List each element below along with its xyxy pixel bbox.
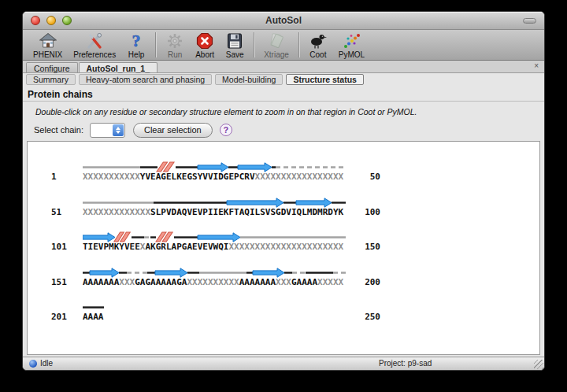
result-tab-bar: SummaryHeavy-atom search and phasingMode… <box>23 73 544 86</box>
modeled-sequence-segment[interactable]: AKGRLAPGAEVEVWQI <box>145 242 228 252</box>
coot-toolbar-button[interactable]: Coot <box>303 31 333 59</box>
structure-track-svg[interactable] <box>83 161 346 172</box>
help-circle-button[interactable]: ? <box>220 124 232 136</box>
project-label: Project: p9-sad <box>379 359 432 368</box>
modeled-sequence-segment[interactable]: YVEAGELKEGSYVVIDGEPCRV <box>140 172 255 182</box>
unmodeled-sequence-segment[interactable]: XXXXXXXXXXXXX <box>83 207 150 217</box>
unmodeled-sequence-segment[interactable]: XXX <box>119 277 135 287</box>
tab-autosol-run-1-[interactable]: AutoSol_run_1_ <box>79 62 158 72</box>
residue-number-end: 100 <box>350 207 380 217</box>
residue-number-start: 1 <box>51 172 73 182</box>
preferences-tools-icon <box>85 31 104 50</box>
abort-toolbar-button[interactable]: Abort <box>190 31 220 59</box>
toolbar-separator <box>298 32 299 57</box>
residue-number-end: 250 <box>350 312 380 322</box>
structure-track-svg[interactable] <box>83 197 346 208</box>
structure-track[interactable] <box>83 197 346 208</box>
xtriage-icon <box>267 31 286 50</box>
toolbar-toggle-button[interactable] <box>523 18 536 24</box>
toolbar-button-label: Preferences <box>73 50 116 59</box>
strand-arrow-glyph <box>198 163 228 172</box>
pymol-toolbar-button[interactable]: PyMOL <box>333 31 370 59</box>
modeled-sequence-segment[interactable]: AAAAAAA <box>239 277 276 287</box>
unmodeled-sequence-segment[interactable]: XXXXXXXXXX <box>187 277 239 287</box>
toolbar-button-label: Run <box>168 50 182 59</box>
abort-stop-icon <box>195 31 214 50</box>
autosol-window: AutoSol PHENIXPreferences?HelpRunAbortSa… <box>22 11 545 371</box>
toolbar-separator <box>254 32 254 57</box>
strand-arrow-glyph <box>155 268 187 277</box>
residue-number-start: 151 <box>51 277 73 287</box>
modeled-sequence-segment[interactable]: TIEVPMKYVEE <box>83 242 140 252</box>
help-toolbar-button[interactable]: ?Help <box>121 31 151 59</box>
run-toolbar-button[interactable]: Run <box>160 31 190 59</box>
residue-number-end: 200 <box>350 277 380 287</box>
unmodeled-sequence-segment[interactable]: XXX <box>276 277 291 287</box>
status-light-icon <box>29 360 37 368</box>
modeled-sequence-segment[interactable]: SLPVDAQVEVPIIEKFTAQILSVSGDVIQLMDMRDYK <box>150 207 343 217</box>
toolbar: PHENIXPreferences?HelpRunAbortSaveXtriag… <box>23 30 544 61</box>
modeled-sequence-segment[interactable]: AAAA <box>83 312 104 322</box>
sequence-row: 101TIEVPMKYVEEXAKGRLAPGAEVEVWQIXXXXXXXXX… <box>28 231 539 257</box>
unmodeled-sequence-segment[interactable]: XXXXXXXXXXX <box>83 172 140 182</box>
tab-model-building[interactable]: Model-building <box>215 74 283 85</box>
structure-track[interactable] <box>83 161 346 172</box>
unmodeled-sequence-segment[interactable]: XXXXX <box>317 277 343 287</box>
modeled-sequence-segment[interactable]: GAGAAAAAGA <box>135 277 187 287</box>
strand-arrow-glyph <box>296 198 332 207</box>
instruction-text: Double-click on any residue or secondary… <box>35 107 544 116</box>
strand-arrow-glyph <box>227 198 284 207</box>
tab-summary[interactable]: Summary <box>26 74 76 85</box>
run-gear-icon <box>165 31 184 50</box>
status-text: Idle <box>40 359 53 368</box>
sequence-text[interactable]: TIEVPMKYVEEXAKGRLAPGAEVEVWQIXXXXXXXXXXXX… <box>83 242 343 252</box>
sequence-text[interactable]: AAAAAAAXXXGAGAAAAAGAXXXXXXXXXXAAAAAAAXXX… <box>83 277 343 287</box>
sequence-text[interactable]: AAAA <box>83 312 104 322</box>
tab-configure[interactable]: Configure <box>26 62 78 72</box>
toolbar-button-label: Save <box>226 50 244 59</box>
xtriage-toolbar-button[interactable]: Xtriage <box>258 31 295 59</box>
modeled-sequence-segment[interactable]: GAAAA <box>291 277 317 287</box>
residue-number-start: 201 <box>51 312 73 322</box>
tab-heavy-atom-search-and-phasing[interactable]: Heavy-atom search and phasing <box>79 74 212 85</box>
sequence-text[interactable]: XXXXXXXXXXXYVEAGELKEGSYVVIDGEPCRVXXXXXXX… <box>83 172 343 182</box>
structure-track[interactable] <box>83 301 346 312</box>
clear-selection-button[interactable]: Clear selection <box>133 123 213 138</box>
toolbar-separator <box>155 32 156 57</box>
sequence-row: 51XXXXXXXXXXXXXSLPVDAQVEVPIIEKFTAQILSVSG… <box>28 197 539 222</box>
title-bar: AutoSol <box>23 12 544 30</box>
strand-arrow-glyph <box>238 163 272 172</box>
coot-bird-icon <box>309 31 328 50</box>
strand-arrow-glyph <box>83 233 115 242</box>
status-bar: Idle Project: p9-sad <box>23 357 544 370</box>
save-floppy-icon <box>225 31 244 50</box>
toolbar-button-label: Xtriage <box>264 50 289 59</box>
save-toolbar-button[interactable]: Save <box>220 31 250 59</box>
chain-select-dropdown[interactable] <box>90 123 125 138</box>
sequence-row: 1XXXXXXXXXXXYVEAGELKEGSYVVIDGEPCRVXXXXXX… <box>28 161 539 187</box>
close-tab-icon[interactable]: × <box>534 61 539 71</box>
preferences-toolbar-button[interactable]: Preferences <box>68 31 121 59</box>
desktop: { "window": { "title": "AutoSol" }, "too… <box>0 0 567 392</box>
sequence-text[interactable]: XXXXXXXXXXXXXSLPVDAQVEVPIIEKFTAQILSVSGDV… <box>83 207 343 217</box>
residue-number-start: 101 <box>51 242 73 252</box>
resize-grip[interactable] <box>534 360 543 369</box>
toolbar-button-label: Coot <box>309 50 326 59</box>
phenix-toolbar-button[interactable]: PHENIX <box>28 31 68 59</box>
structure-track-svg[interactable] <box>83 231 346 242</box>
page-title: Protein chains <box>23 86 544 102</box>
structure-track[interactable] <box>83 267 346 278</box>
modeled-sequence-segment[interactable]: AAAAAAA <box>83 277 119 287</box>
help-question-icon: ? <box>127 31 146 50</box>
structure-track-svg[interactable] <box>83 267 346 278</box>
strand-arrow-glyph <box>253 268 284 277</box>
select-chain-label: Select chain: <box>34 125 83 135</box>
structure-track[interactable] <box>83 231 346 242</box>
chain-controls: Select chain: Clear selection ? <box>34 122 544 138</box>
unmodeled-sequence-segment[interactable]: XXXXXXXXXXXXXXXXX <box>255 172 344 182</box>
structure-track-svg[interactable] <box>83 301 346 312</box>
dropdown-stepper-icon[interactable] <box>113 124 124 136</box>
unmodeled-sequence-segment[interactable]: XXXXXXXXXXXXXXXXXXXXXX <box>228 242 343 252</box>
tab-structure-status[interactable]: Structure status <box>286 74 364 85</box>
toolbar-button-label: PHENIX <box>33 50 62 59</box>
